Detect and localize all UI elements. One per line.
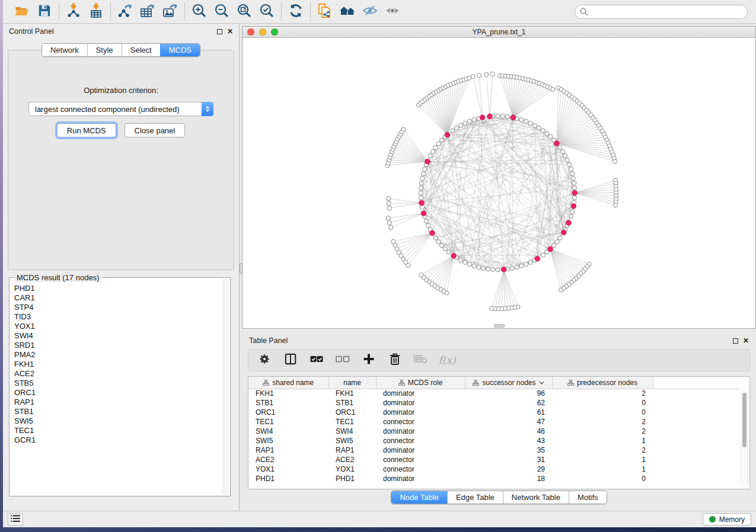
cell-name[interactable]: TEC1 [328, 417, 376, 427]
hide-selected-button[interactable] [361, 3, 379, 21]
mcds-result-item[interactable]: SRD1 [14, 341, 222, 350]
table-tab-network-table[interactable]: Network Table [503, 491, 569, 504]
mcds-result-item[interactable]: YOX1 [14, 322, 222, 331]
show-panels-menu-button[interactable] [8, 513, 23, 525]
table-row[interactable]: RAP1RAP1dominator352 [248, 446, 739, 455]
table-tab-motifs[interactable]: Motifs [569, 491, 607, 504]
mcds-result-item[interactable]: STP4 [14, 303, 222, 312]
column-header-name[interactable]: name [328, 377, 376, 389]
cell-successor-nodes[interactable]: 43 [465, 436, 552, 446]
table-row[interactable]: YOX1YOX1connector291 [248, 464, 739, 474]
cell-shared-name[interactable]: PHD1 [248, 474, 328, 483]
cell-MCDS-role[interactable]: dominator [376, 427, 465, 436]
cell-predecessor-nodes[interactable]: 2 [552, 417, 653, 427]
tab-mcds[interactable]: MCDS [160, 44, 200, 56]
export-table-button[interactable] [138, 3, 157, 21]
duplicate-network-button[interactable] [315, 3, 334, 21]
deselect-all-columns-button[interactable] [335, 352, 350, 368]
save-session-button[interactable] [35, 3, 54, 21]
mcds-result-item[interactable]: PMA2 [14, 350, 222, 360]
mcds-result-item[interactable]: SWI4 [14, 331, 222, 341]
cell-name[interactable]: YOX1 [328, 464, 376, 474]
mcds-result-item[interactable]: GCR1 [14, 435, 222, 445]
cell-predecessor-nodes[interactable]: 2 [552, 446, 653, 455]
horizontal-splitter-handle[interactable] [494, 324, 505, 328]
cell-predecessor-nodes[interactable]: 2 [552, 389, 653, 398]
cell-name[interactable]: FKH1 [328, 389, 376, 398]
cell-MCDS-role[interactable]: dominator [376, 398, 465, 408]
cell-shared-name[interactable]: YOX1 [248, 464, 328, 474]
cell-name[interactable]: PHD1 [328, 474, 376, 483]
tab-network[interactable]: Network [42, 44, 87, 56]
table-row[interactable]: TEC1TEC1connector472 [248, 417, 739, 427]
mcds-result-item[interactable]: ACE2 [14, 369, 222, 379]
cell-successor-nodes[interactable]: 61 [465, 408, 552, 417]
column-header-shared-name[interactable]: shared name [248, 377, 328, 389]
table-row[interactable]: PHD1PHD1dominator180 [248, 474, 739, 483]
cell-name[interactable]: ORC1 [328, 408, 376, 417]
cell-name[interactable]: SWI5 [328, 436, 376, 446]
cell-successor-nodes[interactable]: 46 [465, 427, 552, 436]
cell-successor-nodes[interactable]: 47 [465, 417, 552, 427]
mcds-result-item[interactable]: SWI5 [14, 416, 222, 426]
cell-successor-nodes[interactable]: 18 [465, 474, 552, 483]
float-panel-icon[interactable] [217, 29, 222, 34]
mcds-result-item[interactable]: PHD1 [14, 284, 222, 293]
import-table-button[interactable] [87, 3, 106, 21]
refresh-view-button[interactable] [286, 3, 305, 21]
show-all-networks-button[interactable] [338, 3, 357, 21]
cell-predecessor-nodes[interactable]: 1 [552, 464, 653, 474]
mcds-result-item[interactable]: TID3 [14, 312, 222, 322]
table-tab-node-table[interactable]: Node Table [391, 491, 447, 504]
table-row[interactable]: ORC1ORC1dominator610 [248, 408, 739, 417]
cell-predecessor-nodes[interactable]: 2 [552, 427, 653, 436]
cell-MCDS-role[interactable]: connector [376, 455, 465, 464]
float-table-panel-icon[interactable] [733, 338, 738, 344]
memory-button[interactable]: Memory [703, 513, 751, 525]
export-network-button[interactable] [116, 3, 135, 21]
cell-MCDS-role[interactable]: connector [376, 464, 465, 474]
cell-name[interactable]: SWI4 [328, 427, 376, 436]
zoom-in-button[interactable] [190, 3, 209, 21]
show-eye-button[interactable] [383, 3, 402, 21]
cell-MCDS-role[interactable]: dominator [376, 408, 465, 417]
select-all-columns-button[interactable] [309, 352, 324, 368]
cell-shared-name[interactable]: TEC1 [248, 417, 328, 427]
cell-MCDS-role[interactable]: dominator [376, 389, 465, 398]
network-canvas[interactable] [243, 38, 755, 328]
cell-shared-name[interactable]: STB1 [248, 398, 328, 408]
cell-name[interactable]: STB1 [328, 398, 376, 408]
mcds-result-item[interactable]: ORC1 [14, 388, 222, 398]
table-row[interactable]: STB1STB1dominator620 [248, 398, 739, 408]
mcds-result-item[interactable]: CAR1 [14, 293, 222, 303]
column-header-predecessor-nodes[interactable]: predecessor nodes [552, 377, 653, 389]
cell-predecessor-nodes[interactable]: 1 [552, 436, 653, 446]
cell-MCDS-role[interactable]: connector [376, 417, 465, 427]
mcds-result-item[interactable]: FKH1 [14, 360, 222, 369]
close-panel-icon[interactable]: ✕ [227, 28, 233, 35]
cell-predecessor-nodes[interactable]: 1 [552, 455, 653, 464]
table-scrollbar-thumb[interactable] [742, 393, 747, 447]
cell-shared-name[interactable]: ACE2 [248, 455, 328, 464]
mcds-result-item[interactable]: STB5 [14, 379, 222, 388]
zoom-out-button[interactable] [212, 3, 231, 21]
cell-successor-nodes[interactable]: 31 [465, 455, 552, 464]
delete-table-button-disabled[interactable] [413, 352, 429, 368]
table-row[interactable]: FKH1FKH1dominator962 [248, 389, 739, 398]
cell-MCDS-role[interactable]: dominator [376, 474, 465, 483]
show-column-panel-button[interactable] [283, 352, 298, 368]
table-row[interactable]: ACE2ACE2connector311 [248, 455, 739, 464]
tab-style[interactable]: Style [87, 44, 122, 56]
cell-shared-name[interactable]: FKH1 [248, 389, 328, 398]
cell-name[interactable]: ACE2 [328, 455, 376, 464]
table-settings-button[interactable] [257, 352, 272, 368]
column-header-successor-nodes[interactable]: successor nodes [465, 377, 552, 389]
function-builder-button-disabled[interactable]: f(x) [439, 352, 455, 368]
cell-predecessor-nodes[interactable]: 0 [552, 408, 653, 417]
cell-MCDS-role[interactable]: connector [376, 436, 465, 446]
zoom-fit-button[interactable] [235, 3, 254, 21]
cell-predecessor-nodes[interactable]: 0 [552, 474, 653, 483]
create-new-column-button[interactable] [361, 352, 377, 368]
cell-successor-nodes[interactable]: 96 [465, 389, 552, 398]
open-file-button[interactable] [12, 3, 31, 21]
